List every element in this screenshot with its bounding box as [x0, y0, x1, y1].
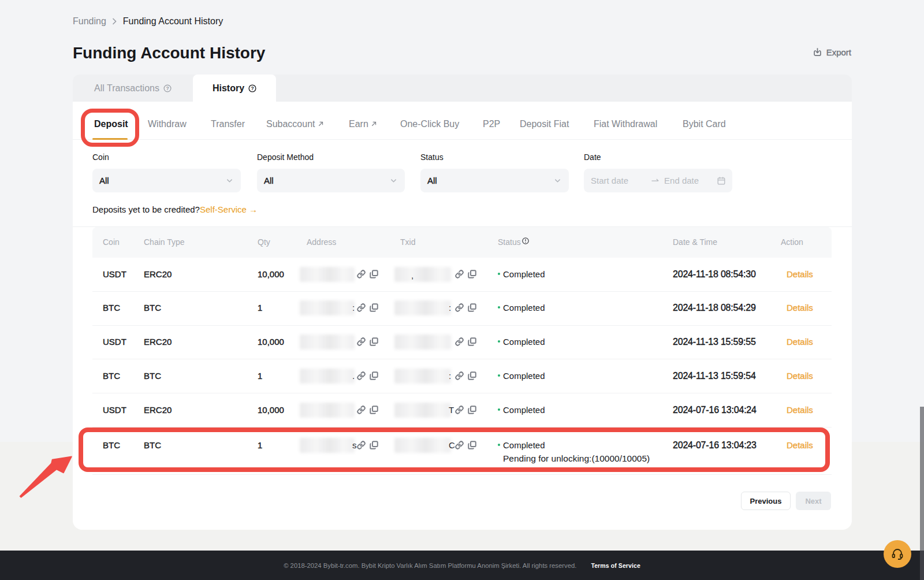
svg-text:?: ? [251, 85, 254, 91]
svg-text:?: ? [166, 85, 169, 91]
